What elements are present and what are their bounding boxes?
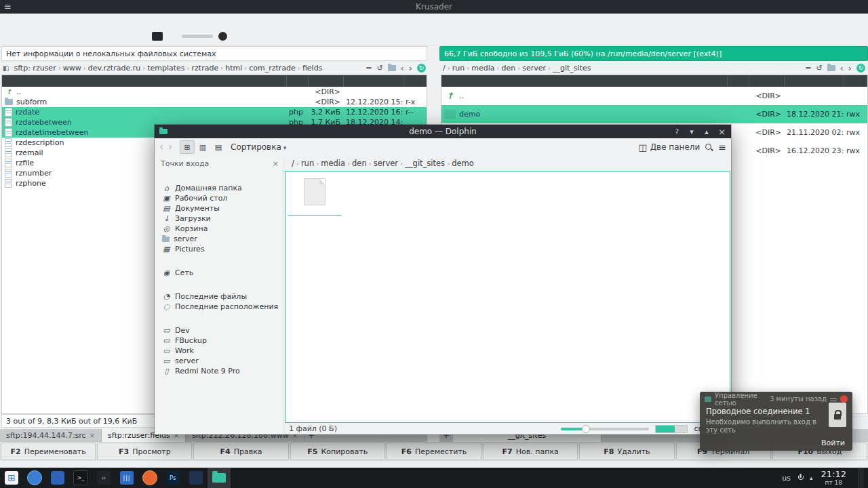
places-item[interactable]: Документы bbox=[155, 203, 283, 214]
help-icon[interactable] bbox=[673, 127, 680, 136]
detailed-view-icon[interactable] bbox=[71, 30, 84, 41]
code-app-icon[interactable]: ‹› bbox=[92, 468, 115, 488]
breadcrumb-item[interactable]: com_rztrade bbox=[247, 64, 298, 73]
zoom-slider[interactable] bbox=[182, 35, 213, 38]
photoshop-icon[interactable]: Ps bbox=[161, 468, 184, 488]
back-icon[interactable] bbox=[840, 63, 844, 73]
blue-app-icon[interactable] bbox=[46, 468, 69, 488]
history-icon[interactable] bbox=[376, 64, 382, 73]
breadcrumb-item[interactable]: __git_sites bbox=[551, 64, 593, 73]
go-icon[interactable] bbox=[241, 30, 254, 41]
column-header[interactable] bbox=[309, 75, 344, 87]
places-item[interactable]: server bbox=[155, 356, 283, 366]
navy-app-icon[interactable] bbox=[184, 468, 208, 488]
f7-button[interactable]: F7Нов. папка bbox=[483, 443, 578, 460]
show-desktop-button[interactable] bbox=[859, 468, 864, 488]
globe-browser-icon[interactable] bbox=[23, 468, 46, 488]
maximize-icon[interactable] bbox=[703, 127, 710, 136]
equal-icon[interactable] bbox=[805, 64, 811, 73]
search-icon[interactable] bbox=[705, 143, 713, 152]
folder-view[interactable] bbox=[285, 171, 730, 423]
column-header[interactable] bbox=[785, 75, 844, 87]
home-icon[interactable] bbox=[30, 30, 43, 41]
hamburger-menu-icon[interactable] bbox=[4, 0, 12, 14]
bars-app-icon[interactable]: ||| bbox=[115, 468, 138, 488]
breadcrumb-item[interactable]: demo bbox=[450, 159, 476, 168]
close-icon[interactable] bbox=[718, 127, 726, 137]
equal-icon[interactable] bbox=[366, 64, 372, 73]
panel-tab[interactable]: sftp:194.44.144.7:src × bbox=[0, 429, 102, 442]
hamburger-menu-icon[interactable] bbox=[718, 142, 726, 152]
stop-icon[interactable] bbox=[218, 32, 227, 41]
file-row[interactable]: .. <DIR> bbox=[2, 87, 427, 97]
column-header[interactable] bbox=[403, 75, 427, 87]
breadcrumb-item[interactable]: __git_sites bbox=[403, 159, 447, 168]
split-view-icon[interactable] bbox=[98, 30, 111, 41]
file-row[interactable]: .. <DIR> bbox=[441, 87, 867, 105]
forward-icon[interactable] bbox=[848, 63, 852, 73]
places-item[interactable]: Work bbox=[155, 346, 283, 356]
dolphin-titlebar[interactable]: demo — Dolphin bbox=[155, 125, 731, 138]
zoom-slider[interactable] bbox=[561, 428, 649, 430]
firefox-icon[interactable] bbox=[138, 468, 161, 488]
breadcrumb-item[interactable]: run bbox=[450, 64, 467, 73]
terminal-icon[interactable]: >_ bbox=[69, 468, 92, 488]
terminal-icon[interactable] bbox=[152, 32, 163, 41]
keyboard-layout[interactable]: us bbox=[782, 474, 791, 483]
refresh-icon[interactable] bbox=[43, 30, 57, 41]
column-header[interactable] bbox=[844, 75, 867, 87]
login-button[interactable]: Войти bbox=[821, 439, 845, 447]
back-icon[interactable] bbox=[401, 63, 404, 73]
up-icon[interactable] bbox=[16, 30, 30, 41]
close-places-icon[interactable] bbox=[273, 159, 279, 168]
places-item[interactable]: Последние файлы bbox=[155, 291, 283, 302]
brief-view-icon[interactable] bbox=[84, 30, 98, 41]
places-item[interactable]: Сеть bbox=[155, 268, 283, 278]
swap-panels-icon[interactable] bbox=[3, 30, 16, 41]
f3-button[interactable]: F3Просмотр bbox=[97, 443, 192, 460]
places-item[interactable]: Корзина bbox=[155, 224, 283, 234]
breadcrumb-item[interactable]: rztrade bbox=[190, 64, 221, 73]
details-view-icon[interactable] bbox=[211, 140, 226, 154]
file-row[interactable]: demo <DIR> 18.12.2020 21:12 rwx bbox=[441, 105, 867, 123]
configure-icon[interactable] bbox=[830, 396, 837, 402]
breadcrumb-item[interactable]: run bbox=[299, 159, 316, 168]
close-notification-icon[interactable] bbox=[840, 395, 848, 403]
places-item[interactable]: FBuckup bbox=[155, 336, 283, 346]
file-row[interactable]: rzdate php 3,2 КиБ 12.12.2020 16:23 r-- bbox=[2, 107, 427, 117]
sync-icon[interactable] bbox=[417, 64, 426, 73]
minimize-icon[interactable] bbox=[688, 127, 695, 136]
f2-button[interactable]: F2Переименовать bbox=[1, 443, 96, 460]
options-icon[interactable] bbox=[254, 30, 268, 41]
slider-handle[interactable] bbox=[582, 425, 590, 433]
column-header[interactable] bbox=[728, 75, 749, 87]
breadcrumb-item[interactable]: server bbox=[520, 64, 548, 73]
breadcrumb-item[interactable]: den bbox=[499, 64, 517, 73]
forward-icon[interactable] bbox=[409, 63, 412, 73]
back-icon[interactable]: ‹ bbox=[159, 142, 163, 152]
tray-expand-icon[interactable]: ▴ bbox=[810, 474, 813, 481]
breadcrumb-item[interactable]: server bbox=[372, 159, 400, 168]
split-view-button[interactable]: Две панели bbox=[638, 142, 700, 152]
places-item[interactable]: Последние расположения bbox=[155, 302, 283, 312]
forward-icon[interactable]: › bbox=[168, 142, 172, 152]
mount-icon[interactable] bbox=[138, 30, 152, 41]
microphone-icon[interactable] bbox=[797, 474, 803, 482]
column-header[interactable] bbox=[2, 75, 287, 87]
tab-close-icon[interactable]: × bbox=[90, 432, 95, 439]
compact-view-icon[interactable] bbox=[195, 140, 210, 154]
breadcrumb-item[interactable]: www bbox=[61, 64, 83, 73]
sync-icon[interactable] bbox=[856, 64, 865, 73]
history-icon[interactable] bbox=[816, 64, 822, 73]
column-header[interactable] bbox=[749, 75, 785, 87]
breadcrumb-item[interactable]: dev.rztrade.ru bbox=[86, 64, 143, 73]
f5-button[interactable]: F5Копировать bbox=[290, 443, 385, 460]
icons-view-icon[interactable] bbox=[180, 140, 195, 154]
places-item[interactable]: Загрузки bbox=[155, 214, 283, 224]
column-header[interactable] bbox=[287, 75, 309, 87]
breadcrumb-item[interactable]: fields bbox=[300, 64, 324, 73]
copy-icon[interactable] bbox=[111, 30, 125, 41]
column-header[interactable] bbox=[441, 75, 728, 87]
f4-button[interactable]: F4Правка bbox=[193, 443, 288, 460]
queue-icon[interactable] bbox=[163, 30, 176, 41]
